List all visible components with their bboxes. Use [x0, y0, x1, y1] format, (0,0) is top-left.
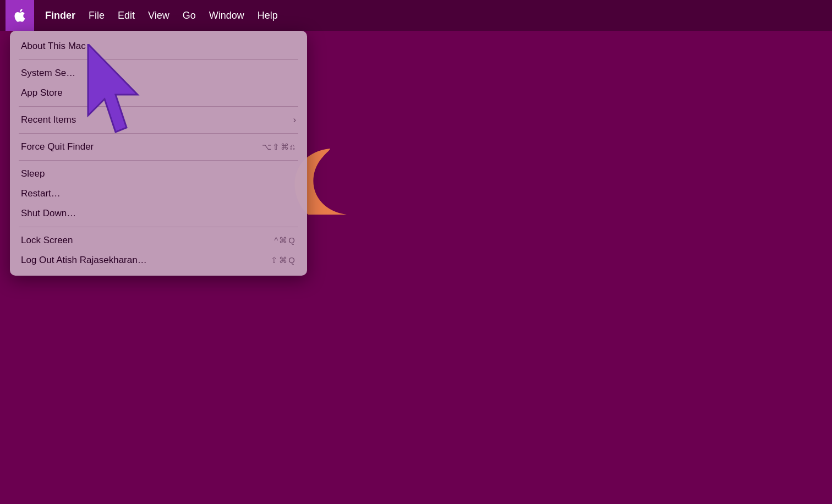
menu-item-app-store[interactable]: App Store — [10, 83, 307, 103]
menu-section-system: System Se… App Store — [10, 62, 307, 104]
menu-item-system-settings[interactable]: System Se… — [10, 63, 307, 83]
menu-item-window[interactable]: Window — [204, 8, 250, 24]
menu-item-finder[interactable]: Finder — [40, 8, 81, 24]
divider-3 — [19, 133, 298, 134]
chevron-right-icon: › — [293, 115, 296, 125]
menu-items: Finder File Edit View Go Window Help — [40, 8, 283, 24]
menu-item-lock-screen[interactable]: Lock Screen ^⌘Q — [10, 231, 307, 250]
menu-item-restart[interactable]: Restart… — [10, 184, 307, 204]
menu-item-view[interactable]: View — [143, 8, 175, 24]
menu-item-about-this-mac[interactable]: About This Mac — [10, 36, 307, 56]
apple-menu-dropdown: About This Mac System Se… App Store Rece… — [10, 31, 307, 276]
menu-item-sleep[interactable]: Sleep — [10, 164, 307, 184]
divider-5 — [19, 227, 298, 227]
menu-item-file[interactable]: File — [83, 8, 110, 24]
menu-item-shut-down[interactable]: Shut Down… — [10, 204, 307, 223]
divider-1 — [19, 59, 298, 60]
menu-section-session: Lock Screen ^⌘Q Log Out Atish Rajasekhar… — [10, 229, 307, 271]
apple-logo[interactable] — [6, 0, 34, 31]
menu-item-log-out[interactable]: Log Out Atish Rajasekharan… ⇧⌘Q — [10, 250, 307, 270]
menubar: Finder File Edit View Go Window Help — [0, 0, 832, 31]
divider-2 — [19, 106, 298, 107]
menu-section-about: About This Mac — [10, 35, 307, 57]
menu-section-recent: Recent Items › — [10, 109, 307, 131]
menu-item-go[interactable]: Go — [177, 8, 201, 24]
menu-item-force-quit[interactable]: Force Quit Finder ⌥⇧⌘⎌ — [10, 137, 307, 157]
menu-item-edit[interactable]: Edit — [112, 8, 140, 24]
menu-section-force-quit: Force Quit Finder ⌥⇧⌘⎌ — [10, 136, 307, 158]
divider-4 — [19, 160, 298, 161]
menu-section-power: Sleep Restart… Shut Down… — [10, 163, 307, 224]
menu-item-recent-items[interactable]: Recent Items › — [10, 110, 307, 130]
menu-item-help[interactable]: Help — [252, 8, 283, 24]
